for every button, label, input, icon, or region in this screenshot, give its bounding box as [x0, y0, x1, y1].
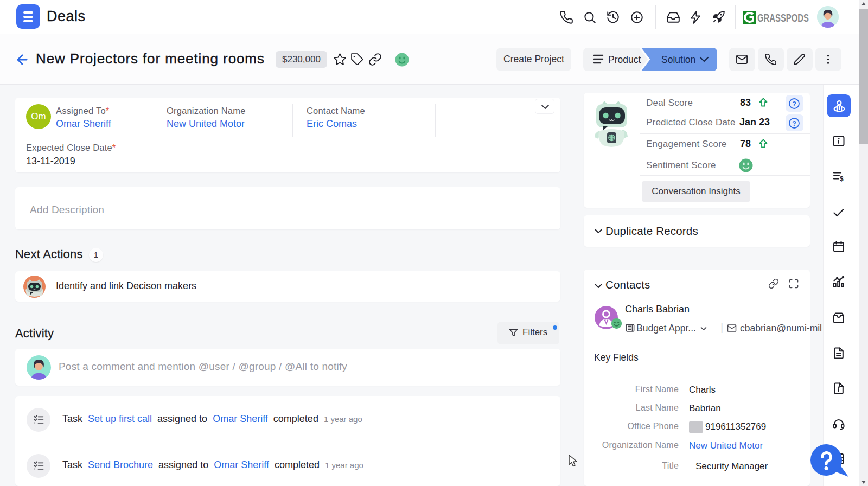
svg-text:Product: Product — [608, 54, 641, 65]
svg-text:$: $ — [840, 175, 844, 183]
svg-text:?: ? — [792, 100, 796, 108]
svg-text:?: ? — [792, 120, 796, 127]
svg-text:GRASSPODS: GRASSPODS — [757, 12, 809, 24]
svg-text:Solution: Solution — [661, 54, 695, 65]
